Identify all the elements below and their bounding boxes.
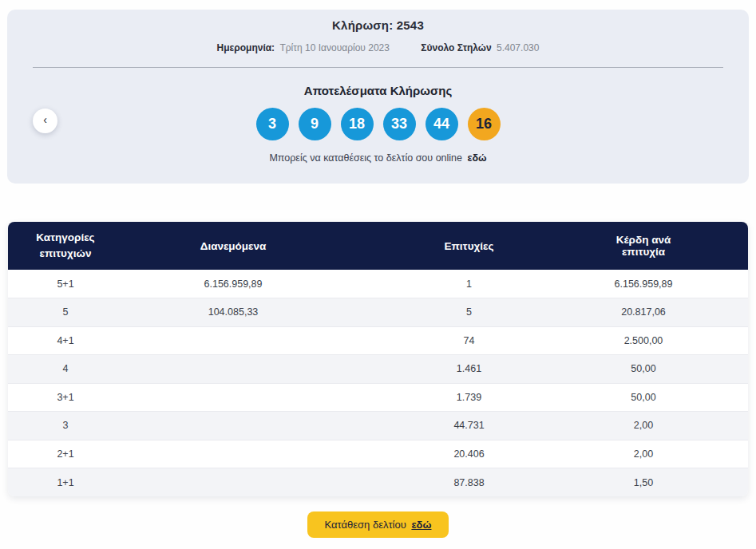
- table-cell: [123, 355, 343, 384]
- table-cell: 1+1: [8, 468, 123, 497]
- table-cell: 2,00: [595, 440, 748, 468]
- table-cell: 1.461: [343, 355, 595, 384]
- table-cell: 74: [343, 326, 595, 355]
- table-cell: 50,00: [595, 383, 748, 412]
- table-cell: 50,00: [595, 355, 748, 384]
- winnings-table-grid: Κατηγορίες επιτυχιών Διανεμόμενα Επιτυχί…: [8, 222, 748, 496]
- joker-number-ball: 16: [468, 108, 501, 140]
- drawn-number-ball: 9: [299, 108, 331, 140]
- header-distributed: Διανεμόμενα: [123, 222, 343, 270]
- table-cell: 1: [343, 270, 595, 298]
- drawn-number-ball: 44: [425, 108, 458, 140]
- table-cell: 1,50: [595, 468, 748, 497]
- drawn-number-ball: 33: [383, 108, 416, 140]
- table-row: 5+16.156.959,8916.156.959,89: [8, 270, 748, 298]
- table-header-row: Κατηγορίες επιτυχιών Διανεμόμενα Επιτυχί…: [8, 222, 748, 270]
- draw-date-value: Τρίτη 10 Ιανουαρίου 2023: [279, 42, 389, 53]
- draw-number: 2543: [397, 18, 424, 32]
- submit-slip-button[interactable]: Κατάθεση δελτίου εδώ: [307, 511, 449, 538]
- online-submit-tagline: Μπορείς να καταθέσεις το δελτίο σου onli…: [7, 152, 749, 164]
- table-cell: [123, 412, 343, 440]
- draw-results-title: Αποτελέσματα Κλήρωσης: [7, 84, 749, 97]
- table-cell: [123, 468, 343, 497]
- table-cell: 20.406: [343, 440, 595, 468]
- table-cell: 5: [343, 298, 595, 327]
- table-row: 5104.085,33520.817,06: [8, 298, 748, 327]
- table-cell: 3: [8, 412, 123, 440]
- tagline-text: Μπορείς να καταθέσεις το δελτίο σου onli…: [269, 152, 462, 164]
- table-cell: [123, 383, 343, 412]
- table-row: 344.7312,00: [8, 412, 748, 440]
- table-cell: 6.156.959,89: [123, 270, 343, 298]
- draw-info-panel: Κλήρωση: 2543 Ημερομηνία: Τρίτη 10 Ιανου…: [7, 10, 749, 184]
- table-cell: 87.838: [343, 468, 595, 497]
- divider: [33, 67, 723, 68]
- submit-slip-label: Κατάθεση δελτίου: [325, 519, 406, 531]
- table-cell: 3+1: [8, 383, 123, 412]
- drawn-numbers: 3 9 18 33 44 16: [7, 108, 749, 140]
- online-submit-link[interactable]: εδώ: [467, 152, 486, 164]
- table-cell: 5+1: [8, 270, 123, 298]
- total-columns: Σύνολο Στηλών 5.407.030: [421, 42, 539, 53]
- draw-title-label: Κλήρωση:: [332, 18, 393, 32]
- table-cell: 4: [8, 355, 123, 384]
- draw-meta: Ημερομηνία: Τρίτη 10 Ιανουαρίου 2023 Σύν…: [7, 42, 749, 53]
- draw-title: Κλήρωση: 2543: [7, 18, 749, 32]
- table-cell: [123, 440, 343, 468]
- header-categories: Κατηγορίες επιτυχιών: [8, 222, 123, 270]
- table-row: 41.46150,00: [8, 355, 748, 384]
- winnings-table: Κατηγορίες επιτυχιών Διανεμόμενα Επιτυχί…: [8, 222, 748, 496]
- table-cell: 5: [8, 298, 123, 327]
- table-row: 4+1742.500,00: [8, 326, 748, 355]
- drawn-number-ball: 3: [256, 108, 289, 140]
- table-cell: 6.156.959,89: [595, 270, 748, 298]
- page: Κλήρωση: 2543 Ημερομηνία: Τρίτη 10 Ιανου…: [0, 0, 756, 549]
- draw-date-label: Ημερομηνία:: [217, 42, 275, 53]
- table-row: 1+187.8381,50: [8, 468, 748, 497]
- submit-slip-link: εδώ: [411, 519, 431, 531]
- total-columns-value: 5.407.030: [497, 42, 539, 53]
- previous-draw-button[interactable]: ‹: [33, 109, 57, 133]
- total-columns-label: Σύνολο Στηλών: [421, 42, 491, 53]
- table-cell: 1.739: [343, 383, 595, 412]
- table-cell: 2.500,00: [595, 326, 748, 355]
- table-cell: 20.817,06: [595, 298, 748, 327]
- table-cell: 2+1: [8, 440, 123, 468]
- results-table-body: 5+16.156.959,8916.156.959,895104.085,335…: [8, 270, 748, 496]
- table-cell: 104.085,33: [123, 298, 343, 327]
- table-cell: [123, 326, 343, 355]
- header-winnings-per-winner: Κέρδη ανά επιτυχία: [595, 222, 748, 270]
- table-row: 3+11.73950,00: [8, 383, 748, 412]
- drawn-number-ball: 18: [341, 108, 374, 140]
- draw-date: Ημερομηνία: Τρίτη 10 Ιανουαρίου 2023: [217, 42, 393, 53]
- table-cell: 2,00: [595, 412, 748, 440]
- footer: Κατάθεση δελτίου εδώ: [0, 511, 756, 538]
- table-cell: 44.731: [343, 412, 595, 440]
- table-cell: 4+1: [8, 326, 123, 355]
- table-row: 2+120.4062,00: [8, 440, 748, 468]
- chevron-left-icon: ‹: [33, 108, 57, 132]
- table-header: Κατηγορίες επιτυχιών Διανεμόμενα Επιτυχί…: [8, 222, 748, 270]
- header-winners: Επιτυχίες: [343, 222, 595, 270]
